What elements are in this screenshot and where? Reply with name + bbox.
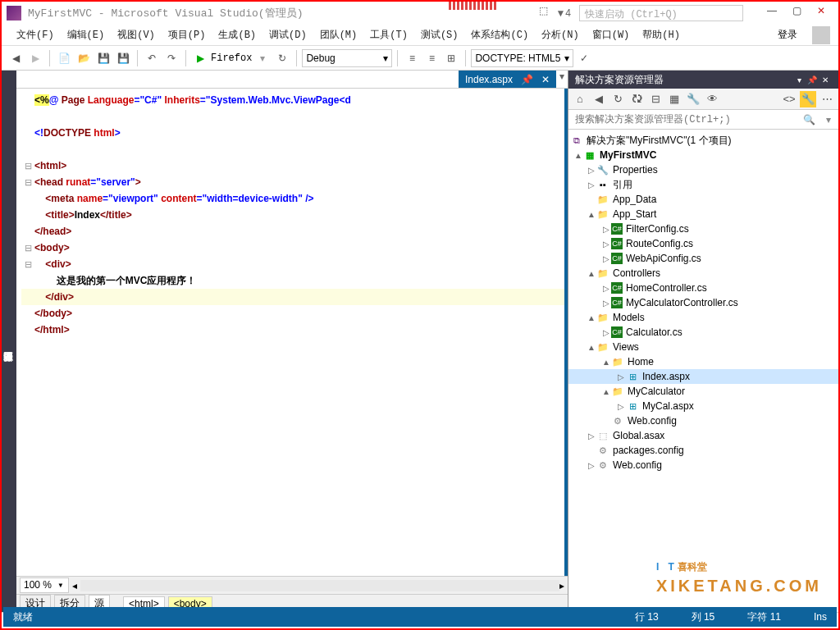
start-debug-button[interactable]: ▶ (191, 49, 209, 67)
validate-button[interactable]: ✓ (575, 49, 593, 67)
redo-button[interactable]: ↷ (162, 49, 180, 67)
close-button[interactable]: ✕ (809, 5, 833, 21)
node-controllers[interactable]: ▲📁Controllers (568, 266, 838, 281)
node-properties[interactable]: ▷🔧Properties (568, 162, 838, 177)
menu-window[interactable]: 窗口(W) (586, 25, 637, 45)
tab-index-aspx[interactable]: Index.aspx 📌 ✕ (459, 71, 556, 88)
fold-toggle[interactable]: ⊟ (21, 158, 34, 174)
node-routeconfig[interactable]: ▷C#RouteConfig.cs (568, 236, 838, 251)
search-options-icon[interactable]: ▾ (819, 114, 838, 126)
save-all-button[interactable]: 💾 (114, 49, 132, 67)
node-index-aspx[interactable]: ▷⊞Index.aspx (568, 369, 838, 384)
undo-button[interactable]: ↶ (143, 49, 161, 67)
solution-toolbar: ⌂ ◀ ↻ 🗘 ⊟ ▦ 🔧 👁 <> 🔧 ⋯ (568, 89, 838, 110)
refresh-button[interactable]: ↻ (273, 49, 291, 67)
zoom-input[interactable]: 100 % ▾ (20, 578, 69, 593)
menu-arch[interactable]: 体系结构(C) (464, 25, 535, 45)
scroll-left[interactable]: ◂ (72, 580, 80, 591)
menu-tools[interactable]: 工具(T) (363, 25, 414, 45)
minimize-button[interactable]: — (760, 5, 784, 21)
status-ready: 就绪 (13, 610, 33, 624)
comment-button[interactable]: ≡ (403, 49, 421, 67)
node-mycal-aspx[interactable]: ▷⊞MyCal.aspx (568, 399, 838, 413)
node-appstart[interactable]: ▲📁App_Start (568, 207, 838, 221)
solution-search-input[interactable] (568, 111, 799, 129)
browser-dropdown[interactable]: ▾ (253, 49, 272, 67)
menu-build[interactable]: 生成(B) (212, 25, 262, 45)
tb-sync-icon[interactable]: ↻ (609, 91, 626, 107)
solution-search: 🔍 ▾ (568, 110, 838, 130)
code-editor[interactable]: <%@ Page Language="C#" Inherits="System.… (16, 89, 568, 576)
node-global-asax[interactable]: ▷⬚Global.asax (568, 428, 838, 443)
pin-panel-icon[interactable]: 📌 (806, 75, 819, 84)
doctype-select[interactable]: DOCTYPE: HTML5▾ (471, 49, 573, 67)
menu-test[interactable]: 测试(S) (414, 25, 465, 45)
tb-collapse-icon[interactable]: ⊟ (647, 91, 664, 107)
close-panel-icon[interactable]: ✕ (819, 75, 832, 84)
new-project-button[interactable]: 📄 (55, 49, 73, 67)
fold-toggle[interactable]: ⊟ (21, 240, 34, 256)
fold-toggle[interactable]: ⊟ (21, 256, 34, 272)
tb-showall-icon[interactable]: ▦ (666, 91, 682, 107)
panel-dropdown-icon[interactable]: ▾ (792, 75, 806, 84)
node-webconfig-views[interactable]: ⚙Web.config (568, 413, 838, 428)
tb-wrench-icon[interactable]: 🔧 (800, 91, 816, 107)
node-models[interactable]: ▲📁Models (568, 310, 838, 325)
notification-badge[interactable]: ▼4 (555, 7, 571, 19)
browser-label[interactable]: Firefox (211, 52, 252, 64)
tab-close-icon[interactable]: ✕ (541, 74, 550, 85)
node-filterconfig[interactable]: ▷C#FilterConfig.cs (568, 221, 838, 236)
nav-forward-button[interactable]: ▶ (26, 49, 44, 67)
maximize-button[interactable]: ▢ (784, 5, 809, 21)
node-appdata[interactable]: 📁App_Data (568, 192, 838, 207)
node-calccontroller[interactable]: ▷C#MyCalculatorController.cs (568, 295, 838, 310)
tb-back-icon[interactable]: ◀ (591, 91, 607, 107)
tb-code-icon[interactable]: <> (781, 91, 797, 107)
tb-refresh-icon[interactable]: 🗘 (628, 91, 645, 107)
fold-toggle[interactable]: ⊟ (21, 174, 34, 190)
server-explorer-tab[interactable]: 服务器资源管理器 (0, 75, 16, 612)
open-file-button[interactable]: 📂 (75, 49, 93, 67)
menu-project[interactable]: 项目(P) (162, 25, 212, 45)
menu-team[interactable]: 团队(M) (313, 25, 364, 45)
node-mycalculator[interactable]: ▲📁MyCalculator (568, 384, 838, 399)
sign-in-button[interactable]: 登录 (769, 25, 806, 45)
menu-file[interactable]: 文件(F) (10, 25, 61, 45)
user-avatar-icon[interactable] (812, 26, 830, 44)
pin-icon[interactable]: 📌 (521, 74, 533, 85)
menu-debug[interactable]: 调试(D) (262, 25, 313, 45)
node-references[interactable]: ▷▪▪引用 (568, 177, 838, 192)
menu-view[interactable]: 视图(V) (111, 25, 162, 45)
search-icon[interactable]: 🔍 (799, 114, 819, 126)
menu-help[interactable]: 帮助(H) (636, 25, 687, 45)
menu-edit[interactable]: 编辑(E) (61, 25, 112, 45)
nav-back-button[interactable]: ◀ (7, 49, 25, 67)
node-home[interactable]: ▲📁Home (568, 354, 838, 369)
uncomment-button[interactable]: ≡ (422, 49, 441, 67)
notifications-icon[interactable]: ⬚ (531, 5, 555, 21)
config-select[interactable]: Debug▾ (302, 49, 392, 67)
menu-analyze[interactable]: 分析(N) (535, 25, 586, 45)
node-packages-config[interactable]: ⚙packages.config (568, 443, 838, 458)
node-calculator[interactable]: ▷C#Calculator.cs (568, 325, 838, 340)
scroll-right[interactable]: ▸ (559, 580, 568, 591)
node-webapiconfig[interactable]: ▷C#WebApiConfig.cs (568, 251, 838, 266)
node-webconfig[interactable]: ▷⚙Web.config (568, 458, 838, 472)
status-ins: Ins (814, 611, 827, 623)
tb-home-icon[interactable]: ⌂ (572, 91, 588, 107)
solution-title: 解决方案资源管理器 (575, 73, 664, 87)
node-views[interactable]: ▲📁Views (568, 340, 838, 354)
tb-preview-icon[interactable]: 👁 (704, 91, 720, 107)
editor-zoom-bar: 100 % ▾ ◂ ▸ (16, 576, 568, 594)
tb-more-icon[interactable]: ⋯ (819, 91, 835, 107)
save-button[interactable]: 💾 (94, 49, 112, 67)
quick-launch-input[interactable]: 快速启动 (Ctrl+Q) (579, 5, 743, 21)
format-button[interactable]: ⊞ (442, 49, 460, 67)
tb-properties-icon[interactable]: 🔧 (685, 91, 701, 107)
solution-root[interactable]: ⧉解决方案"MyFirstMVC"(1 个项目) (568, 133, 838, 148)
project-node[interactable]: ▲▦MyFirstMVC (568, 148, 838, 162)
tab-list-dropdown[interactable]: ▾ (556, 71, 568, 88)
hscrollbar[interactable] (80, 580, 559, 591)
node-homecontroller[interactable]: ▷C#HomeController.cs (568, 281, 838, 295)
status-line: 行 13 (635, 610, 659, 624)
